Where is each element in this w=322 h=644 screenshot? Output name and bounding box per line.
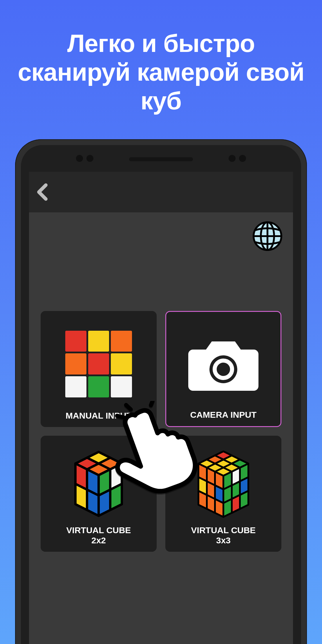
cube-cell [88, 353, 109, 375]
phone-inner: MANUAL INPUT CAMERA INPUT [21, 145, 301, 644]
back-icon [36, 183, 49, 201]
phone-sensor [229, 155, 236, 162]
cube-cell [88, 376, 109, 397]
tile-virtual-cube-3x3[interactable]: VIRTUAL CUBE 3x3 [165, 436, 281, 552]
svg-marker-43 [240, 477, 248, 495]
phone-sensor [86, 155, 93, 162]
top-bar [29, 172, 293, 212]
tile-label: VIRTUAL CUBE 3x3 [191, 525, 256, 545]
cube-cell [65, 376, 86, 397]
tile-label: MANUAL INPUT [66, 411, 132, 421]
tile-grid: MANUAL INPUT CAMERA INPUT [38, 311, 284, 552]
tile-virtual-cube-2x2[interactable]: VIRTUAL CUBE 2x2 [41, 436, 157, 552]
cube-cell [88, 331, 109, 352]
svg-marker-40 [215, 485, 223, 503]
cube-3x3-icon [186, 446, 261, 522]
tile-label: VIRTUAL CUBE 2x2 [66, 525, 131, 545]
cube-cell [65, 353, 86, 375]
language-button[interactable] [252, 221, 283, 252]
tile-camera-input[interactable]: CAMERA INPUT [165, 311, 281, 427]
cube-cell [111, 353, 132, 375]
cube-cell [65, 331, 86, 352]
phone-sensor [76, 155, 83, 162]
cube-2x2-icon [61, 446, 136, 522]
phone-frame: MANUAL INPUT CAMERA INPUT [15, 139, 307, 644]
app-screen: MANUAL INPUT CAMERA INPUT [29, 172, 293, 644]
app-content: MANUAL INPUT CAMERA INPUT [29, 212, 293, 644]
back-button[interactable] [34, 183, 51, 201]
svg-marker-39 [198, 477, 207, 495]
cube-cell [111, 331, 132, 352]
svg-marker-14 [75, 484, 87, 510]
phone-sensor [239, 155, 246, 162]
manual-input-icon [47, 317, 150, 411]
camera-icon [187, 335, 260, 393]
tile-manual-input[interactable]: MANUAL INPUT [41, 311, 157, 427]
svg-marker-20 [110, 484, 122, 510]
phone-speaker [129, 157, 193, 161]
tile-label: CAMERA INPUT [190, 410, 257, 420]
svg-marker-41 [232, 468, 240, 485]
cube-cell [111, 376, 132, 397]
svg-marker-19 [99, 490, 110, 516]
svg-marker-15 [87, 490, 99, 516]
promo-headline: Легко и быстро сканируй камерой свой куб [0, 0, 322, 127]
globe-icon [252, 221, 283, 251]
svg-marker-42 [232, 495, 240, 513]
